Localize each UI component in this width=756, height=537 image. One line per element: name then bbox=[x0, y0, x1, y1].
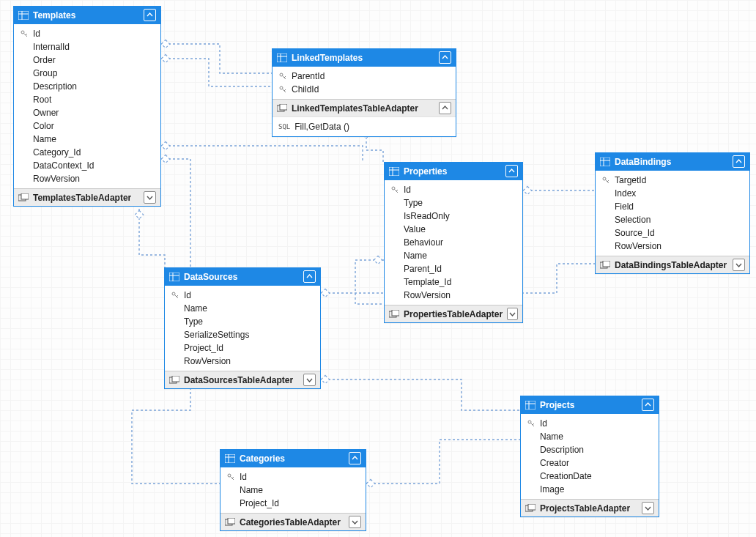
column-type[interactable]: Type bbox=[385, 196, 522, 210]
collapse-button[interactable] bbox=[144, 9, 156, 21]
column-name[interactable]: Name bbox=[385, 249, 522, 262]
column-id[interactable]: Id bbox=[165, 289, 320, 302]
column-behaviour[interactable]: Behaviour bbox=[385, 236, 522, 249]
svg-point-5 bbox=[21, 31, 24, 34]
column-template_id[interactable]: Template_Id bbox=[385, 275, 522, 289]
column-name[interactable]: Name bbox=[220, 484, 366, 497]
column-project_id[interactable]: Project_Id bbox=[220, 497, 366, 510]
primary-key-icon bbox=[171, 292, 179, 299]
svg-point-16 bbox=[280, 86, 283, 89]
column-field[interactable]: Field bbox=[596, 200, 749, 213]
column-name[interactable]: Name bbox=[165, 302, 320, 315]
column-image[interactable]: Image bbox=[521, 483, 659, 496]
svg-rect-37 bbox=[169, 273, 179, 281]
column-parentid[interactable]: ParentId bbox=[273, 70, 456, 83]
column-childid[interactable]: ChildId bbox=[273, 83, 456, 96]
table-categories[interactable]: Categories IdNameProject_Id CategoriesTa… bbox=[220, 449, 366, 531]
column-label: Name bbox=[240, 485, 263, 495]
dataset-designer-canvas[interactable]: Templates IdInternalIdOrderGroupDescript… bbox=[0, 0, 756, 537]
table-header[interactable]: Categories bbox=[220, 450, 366, 467]
column-datacontext_id[interactable]: DataContext_Id bbox=[14, 159, 160, 172]
table-adapter-bar[interactable]: LinkedTemplatesTableAdapter bbox=[273, 99, 456, 116]
column-id[interactable]: Id bbox=[220, 470, 366, 484]
expand-button[interactable] bbox=[733, 259, 745, 271]
column-id[interactable]: Id bbox=[14, 27, 160, 40]
column-id[interactable]: Id bbox=[521, 417, 659, 430]
column-order[interactable]: Order bbox=[14, 53, 160, 67]
column-name[interactable]: Name bbox=[521, 430, 659, 443]
field-list: IdInternalIdOrderGroupDescriptionRootOwn… bbox=[14, 24, 160, 188]
column-isreadonly[interactable]: IsReadOnly bbox=[385, 210, 522, 223]
column-creator[interactable]: Creator bbox=[521, 456, 659, 470]
table-header[interactable]: Templates bbox=[14, 7, 160, 24]
column-rowversion[interactable]: RowVersion bbox=[14, 172, 160, 185]
adapter-label: DataSourcesTableAdapter bbox=[184, 375, 299, 385]
svg-line-58 bbox=[533, 423, 534, 425]
table-linkedtemplates[interactable]: LinkedTemplates ParentIdChildId LinkedTe… bbox=[272, 48, 456, 137]
expand-button[interactable] bbox=[349, 516, 361, 528]
expand-button[interactable] bbox=[642, 502, 654, 514]
svg-rect-60 bbox=[528, 504, 536, 510]
column-type[interactable]: Type bbox=[165, 315, 320, 328]
collapse-button[interactable] bbox=[505, 165, 518, 177]
expand-button[interactable] bbox=[144, 191, 156, 204]
primary-key-icon bbox=[278, 73, 287, 80]
column-label: Category_Id bbox=[33, 147, 81, 158]
column-selection[interactable]: Selection bbox=[596, 213, 749, 226]
expand-button[interactable] bbox=[507, 308, 518, 320]
table-adapter-bar[interactable]: DataBindingsTableAdapter bbox=[596, 256, 749, 273]
column-serializesettings[interactable]: SerializeSettings bbox=[165, 328, 320, 341]
svg-line-34 bbox=[607, 180, 609, 182]
expand-button[interactable] bbox=[439, 102, 451, 114]
table-header[interactable]: LinkedTemplates bbox=[273, 49, 456, 67]
collapse-button[interactable] bbox=[733, 155, 745, 168]
column-root[interactable]: Root bbox=[14, 93, 160, 106]
column-description[interactable]: Description bbox=[14, 80, 160, 93]
collapse-button[interactable] bbox=[642, 399, 654, 411]
collapse-button[interactable] bbox=[303, 270, 316, 283]
table-templates[interactable]: Templates IdInternalIdOrderGroupDescript… bbox=[13, 6, 161, 207]
method-label: Fill,GetData () bbox=[294, 122, 349, 132]
expand-button[interactable] bbox=[303, 374, 316, 386]
table-datasources[interactable]: DataSources IdNameTypeSerializeSettingsP… bbox=[164, 267, 321, 389]
collapse-button[interactable] bbox=[439, 51, 451, 64]
column-description[interactable]: Description bbox=[521, 443, 659, 456]
column-category_id[interactable]: Category_Id bbox=[14, 146, 160, 159]
table-header[interactable]: DataSources bbox=[165, 268, 320, 286]
column-name[interactable]: Name bbox=[14, 133, 160, 146]
table-adapter-bar[interactable]: CategoriesTableAdapter bbox=[220, 513, 366, 530]
column-group[interactable]: Group bbox=[14, 67, 160, 80]
column-source_id[interactable]: Source_Id bbox=[596, 226, 749, 240]
column-label: RowVersion bbox=[404, 290, 451, 300]
adapter-method[interactable]: SQL Fill,GetData () bbox=[273, 120, 456, 133]
table-header[interactable]: Projects bbox=[521, 396, 659, 414]
collapse-button[interactable] bbox=[349, 452, 361, 464]
datatable-icon bbox=[169, 273, 179, 281]
table-projects[interactable]: Projects IdNameDescriptionCreatorCreatio… bbox=[520, 396, 659, 517]
column-id[interactable]: Id bbox=[385, 183, 522, 196]
column-rowversion[interactable]: RowVersion bbox=[385, 289, 522, 302]
table-header[interactable]: Properties bbox=[385, 163, 522, 180]
column-creationdate[interactable]: CreationDate bbox=[521, 470, 659, 483]
table-adapter-bar[interactable]: TemplatesTableAdapter bbox=[14, 188, 160, 206]
column-internalid[interactable]: InternalId bbox=[14, 40, 160, 53]
table-adapter-bar[interactable]: ProjectsTableAdapter bbox=[521, 499, 659, 516]
table-properties[interactable]: Properties IdTypeIsReadOnlyValueBehaviou… bbox=[384, 162, 523, 323]
table-adapter-bar[interactable]: PropertiesTableAdapter bbox=[385, 305, 522, 322]
table-header[interactable]: DataBindings bbox=[596, 153, 749, 171]
table-adapter-bar[interactable]: DataSourcesTableAdapter bbox=[165, 371, 320, 388]
column-rowversion[interactable]: RowVersion bbox=[165, 355, 320, 368]
column-index[interactable]: Index bbox=[596, 187, 749, 200]
column-project_id[interactable]: Project_Id bbox=[165, 341, 320, 355]
table-databindings[interactable]: DataBindings TargetIdIndexFieldSelection… bbox=[595, 152, 750, 274]
column-label: Id bbox=[184, 290, 191, 300]
column-owner[interactable]: Owner bbox=[14, 106, 160, 119]
column-label: Image bbox=[540, 484, 564, 495]
column-color[interactable]: Color bbox=[14, 119, 160, 133]
column-parent_id[interactable]: Parent_Id bbox=[385, 262, 522, 275]
column-targetid[interactable]: TargetId bbox=[596, 174, 749, 187]
column-rowversion[interactable]: RowVersion bbox=[596, 240, 749, 253]
svg-rect-29 bbox=[600, 158, 610, 166]
column-value[interactable]: Value bbox=[385, 223, 522, 236]
field-list: IdNameDescriptionCreatorCreationDateImag… bbox=[521, 414, 659, 499]
